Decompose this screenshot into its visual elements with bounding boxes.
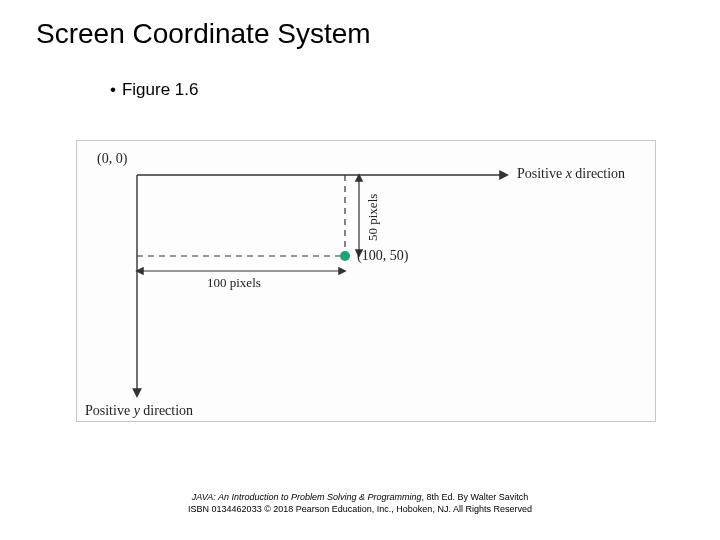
- slide-title: Screen Coordinate System: [36, 18, 371, 50]
- x-direction-label: Positive x direction: [517, 166, 625, 182]
- credit-line1-rest: , 8th Ed. By Walter Savitch: [422, 492, 529, 502]
- bullet-dot: •: [110, 80, 116, 99]
- credit-book-title: JAVA: An Introduction to Problem Solving…: [192, 492, 422, 502]
- point-marker: [340, 251, 350, 261]
- x-dir-suffix: direction: [572, 166, 625, 181]
- x-dir-prefix: Positive: [517, 166, 566, 181]
- credit-line-2: ISBN 0134462033 © 2018 Pearson Education…: [0, 504, 720, 515]
- bullet-text: Figure 1.6: [122, 80, 199, 99]
- figure-svg: [77, 141, 655, 421]
- figure-box: (0, 0) Positive x direction Positive y d…: [76, 140, 656, 422]
- credit-line-1: JAVA: An Introduction to Problem Solving…: [0, 492, 720, 503]
- figure-caption-bullet: •Figure 1.6: [110, 80, 199, 100]
- h-measure-label: 100 pixels: [207, 275, 261, 291]
- y-dir-prefix: Positive: [85, 403, 134, 418]
- y-dir-suffix: direction: [140, 403, 193, 418]
- slide: Screen Coordinate System •Figure 1.6: [0, 0, 720, 540]
- y-direction-label: Positive y direction: [85, 403, 193, 419]
- origin-label: (0, 0): [97, 151, 127, 167]
- point-label: (100, 50): [357, 248, 408, 264]
- v-measure-label: 50 pixels: [365, 194, 381, 241]
